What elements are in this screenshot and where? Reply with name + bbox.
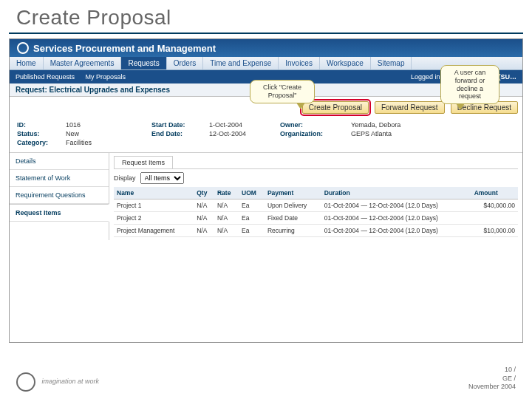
footer-tagline: imagination at work bbox=[42, 378, 100, 385]
content-pane: Request Items Display All Items Name Qty… bbox=[109, 153, 522, 240]
nav-invoices[interactable]: Invoices bbox=[279, 57, 320, 69]
start-date-label: Start Date: bbox=[151, 121, 205, 129]
callout-forward-decline: A user can forward or decline a request bbox=[440, 65, 499, 104]
nav-time-expense[interactable]: Time and Expense bbox=[203, 57, 279, 69]
ge-logo-icon bbox=[17, 42, 29, 54]
subnav-proposals[interactable]: My Proposals bbox=[86, 73, 126, 81]
category-label: Category: bbox=[17, 139, 61, 146]
col-qty[interactable]: Qty bbox=[194, 187, 214, 200]
sidetab-req-questions[interactable]: Requirement Questions bbox=[10, 187, 109, 204]
footer-right: 10 / GE / November 2004 bbox=[468, 366, 516, 392]
nav-sitemap[interactable]: Sitemap bbox=[371, 57, 412, 69]
nav-orders[interactable]: Orders bbox=[167, 57, 204, 69]
footer-left: imagination at work bbox=[16, 372, 99, 392]
table-row[interactable]: Project 1N/AN/AEaUpon Delivery01-Oct-200… bbox=[114, 200, 518, 212]
callout-create-proposal: Click "Create Proposal" bbox=[250, 80, 315, 103]
items-tbody: Project 1N/AN/AEaUpon Delivery01-Oct-200… bbox=[114, 200, 518, 237]
side-tabs: Details Statement of Work Requirement Qu… bbox=[10, 153, 109, 240]
col-duration[interactable]: Duration bbox=[321, 187, 471, 200]
items-table: Name Qty Rate UOM Payment Duration Amoun… bbox=[114, 187, 518, 237]
nav-home[interactable]: Home bbox=[10, 57, 44, 69]
slide-title: Create Proposal bbox=[0, 0, 532, 33]
owner-value: Yemada, Debora bbox=[351, 121, 515, 129]
org-label: Organization: bbox=[280, 130, 347, 137]
create-proposal-button[interactable]: Create Proposal bbox=[302, 101, 369, 114]
col-name[interactable]: Name bbox=[114, 187, 194, 200]
org-value: GEPS Atlanta bbox=[351, 130, 515, 137]
col-uom[interactable]: UOM bbox=[239, 187, 265, 200]
display-filter-row: Display All Items bbox=[114, 172, 518, 184]
end-date-value: 12-Oct-2004 bbox=[209, 130, 276, 137]
col-amount[interactable]: Amount bbox=[471, 187, 518, 200]
display-label: Display bbox=[114, 174, 136, 182]
inner-tab-strip: Request Items bbox=[114, 156, 518, 169]
sidetab-request-items[interactable]: Request Items bbox=[10, 204, 109, 222]
col-payment[interactable]: Payment bbox=[265, 187, 321, 200]
category-value: Facilities bbox=[66, 139, 147, 146]
title-underline bbox=[9, 33, 523, 34]
end-date-label: End Date: bbox=[151, 130, 205, 137]
display-select[interactable]: All Items bbox=[140, 172, 184, 184]
subnav-published[interactable]: Published Requests bbox=[16, 73, 75, 81]
nav-workspace[interactable]: Workspace bbox=[320, 57, 371, 69]
sidetab-sow[interactable]: Statement of Work bbox=[10, 170, 109, 187]
forward-request-button[interactable]: Forward Request bbox=[375, 101, 445, 114]
footer-page: 10 / bbox=[468, 366, 516, 375]
id-value: 1016 bbox=[66, 121, 147, 129]
status-value: New bbox=[66, 130, 147, 137]
status-label: Status: bbox=[17, 130, 61, 137]
sidetab-details[interactable]: Details bbox=[10, 153, 109, 170]
nav-requests[interactable]: Requests bbox=[121, 57, 166, 69]
app-banner: Services Procurement and Management bbox=[10, 39, 522, 57]
table-row[interactable]: Project 2N/AN/AEaFixed Date01-Oct-2004 —… bbox=[114, 212, 518, 225]
col-rate[interactable]: Rate bbox=[214, 187, 239, 200]
nav-master-agreements[interactable]: Master Agreements bbox=[44, 57, 122, 69]
id-label: ID: bbox=[17, 121, 61, 129]
footer-date: November 2004 bbox=[468, 383, 516, 392]
ge-logo-icon bbox=[16, 372, 35, 392]
tab-request-items[interactable]: Request Items bbox=[114, 156, 173, 168]
footer-org: GE / bbox=[468, 375, 516, 383]
request-metadata: ID: 1016 Start Date: 1-Oct-2004 Owner: Y… bbox=[10, 118, 522, 153]
app-title: Services Procurement and Management bbox=[33, 43, 216, 54]
table-row[interactable]: Project ManagementN/AN/AEaRecurring01-Oc… bbox=[114, 225, 518, 237]
owner-label: Owner: bbox=[280, 121, 347, 129]
slide-footer: imagination at work 10 / GE / November 2… bbox=[0, 366, 532, 392]
start-date-value: 1-Oct-2004 bbox=[209, 121, 276, 129]
body-split: Details Statement of Work Requirement Qu… bbox=[10, 153, 522, 240]
